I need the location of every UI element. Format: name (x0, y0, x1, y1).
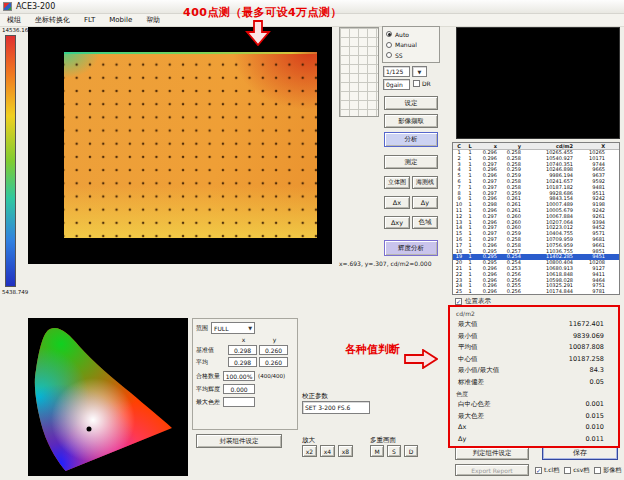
file-check[interactable]: csv档 (564, 466, 589, 475)
stat-value: 11672.401 (569, 319, 604, 331)
checkbox-icon[interactable] (594, 467, 601, 474)
range-row-label: 基准值 (196, 346, 228, 355)
avg-luminance-label: 平均辉度 (196, 385, 220, 394)
multi-d-button[interactable]: D (404, 445, 418, 457)
settings-button[interactable]: 设定 (384, 96, 438, 110)
gamut-button[interactable]: 色域 (412, 216, 438, 229)
radio-icon[interactable] (386, 52, 392, 58)
table-row[interactable]: 2510.2960.25610174.8449781 (453, 289, 619, 295)
multi-m-button[interactable]: M (370, 445, 384, 457)
range-x-field[interactable]: 0.298 (228, 345, 257, 355)
position-display-label: 位置表示 (465, 297, 491, 306)
cie-horseshoe (33, 322, 183, 472)
save-button[interactable]: 保存 (542, 446, 618, 460)
table-cell: 25 (453, 289, 465, 295)
range-dropdown[interactable]: FULL ▼ (211, 322, 255, 334)
stat-label: 白中心色差 (458, 399, 491, 411)
analyze-button[interactable]: 分析 (384, 132, 438, 147)
measure-button[interactable]: 测定 (384, 155, 438, 169)
package-settings-button[interactable]: 封装组件设定 (196, 434, 282, 448)
menu-item[interactable]: Mobile (102, 16, 139, 24)
stat-value: 84.3 (590, 365, 604, 377)
dr-label: DR (422, 80, 431, 87)
range-table-rows: 基准值0.2980.260平均0.2980.260 (196, 345, 294, 367)
position-display-checkbox[interactable]: ✓ 位置表示 (455, 297, 491, 306)
mode-label: Manual (395, 41, 417, 48)
stat-value: 9839.069 (573, 331, 604, 343)
file-check[interactable]: 影像档 (594, 466, 621, 475)
stat-label: 最大值 (458, 319, 478, 331)
menu-item[interactable]: 模组 (0, 15, 28, 25)
camera-preview (456, 27, 620, 139)
file-check-label: t.cl档 (544, 466, 559, 475)
checkbox-icon[interactable]: ✓ (455, 298, 462, 305)
range-y-field[interactable]: 0.260 (259, 345, 288, 355)
delta-y-button[interactable]: Δy (412, 196, 438, 209)
color-scale-bar (5, 35, 16, 287)
range-table-header: x y (196, 336, 294, 343)
shutter-field[interactable]: 1/125 (383, 66, 410, 77)
table-body[interactable]: 110.2960.25810265.45510265210.2960.25810… (453, 150, 619, 295)
menu-item[interactable]: 坐标转换化 (28, 15, 77, 25)
mode-option-ss[interactable]: SS (386, 50, 436, 60)
mode-label: SS (395, 52, 403, 59)
gain-field[interactable]: 0gain (383, 79, 410, 90)
zoom-x2-button[interactable]: x2 (302, 445, 317, 457)
range-row-label: 平均 (196, 358, 228, 367)
stat-value: 0.015 (585, 411, 604, 423)
ace3-200-window: { "window": { "title": "ACE3-200" }, "me… (0, 0, 624, 480)
radio-icon[interactable] (386, 31, 392, 37)
mode-option-auto[interactable]: Auto (386, 29, 436, 39)
col-x-label: x (228, 336, 259, 343)
menu-item[interactable]: FLT (77, 16, 102, 24)
chevron-down-icon: ▼ (418, 69, 422, 75)
range-value: FULL (214, 325, 229, 332)
radio-icon[interactable] (386, 42, 392, 48)
measurement-table[interactable]: CLxycd/m2X 110.2960.25810265.45510265210… (452, 142, 620, 295)
checkbox-icon[interactable] (413, 80, 420, 87)
table-cell: 9781 (575, 289, 607, 295)
menu-item[interactable]: 帮助 (139, 15, 167, 25)
stereo-view-button[interactable]: 立体图 (384, 176, 410, 189)
file-check[interactable]: ✓t.cl档 (535, 466, 559, 475)
range-x-field[interactable]: 0.298 (228, 357, 257, 367)
range-y-field[interactable]: 0.260 (259, 357, 288, 367)
delta-x-button[interactable]: Δx (384, 196, 410, 209)
statistics-panel: cd/m2最大值11672.401最小值9839.069平均值10087.808… (452, 308, 616, 446)
heatmap-measurement-grid[interactable] (64, 52, 317, 238)
annotation-values-note: 各种值判断 (345, 342, 400, 357)
capture-image-button[interactable]: 影像撷取 (384, 114, 438, 128)
multi-screen-label: 多重画面 (370, 436, 396, 445)
pass-value-field: 100.00% (223, 371, 255, 381)
column-header: X (575, 143, 607, 149)
contour-button[interactable]: 海测线 (412, 176, 438, 189)
mode-option-manual[interactable]: Manual (386, 40, 436, 50)
stat-value: 0.011 (585, 434, 604, 446)
dr-checkbox[interactable]: DR (413, 80, 431, 87)
table-cell: 10174.844 (523, 289, 575, 295)
export-report-button[interactable]: Export Report (455, 464, 529, 476)
red-arrow-right-icon (404, 349, 438, 369)
zoom-x4-button[interactable]: x4 (320, 445, 335, 457)
zoom-x8-button[interactable]: x8 (338, 445, 353, 457)
file-check-label: 影像档 (603, 466, 621, 475)
judge-settings-button[interactable]: 判定组件设定 (455, 447, 529, 460)
profile-grid-panel (339, 27, 379, 117)
max-color-diff-label: 最大色差 (196, 398, 220, 407)
stat-row: Δy0.011 (452, 434, 616, 446)
table-cell: 0.256 (499, 289, 523, 295)
luminance-analysis-button[interactable]: 辉度分析 (384, 240, 438, 256)
stat-label: 最小值/最大值 (458, 365, 499, 377)
checkbox-icon[interactable]: ✓ (535, 467, 542, 474)
stat-row: Δx0.010 (452, 422, 616, 434)
calibration-value-field[interactable]: SET 3-200 FS.6 (302, 401, 370, 414)
table-cell: 0.296 (475, 289, 499, 295)
file-check-label: csv档 (573, 466, 589, 475)
shutter-dropdown[interactable]: ▼ (412, 66, 427, 77)
stat-label: 平均值 (458, 342, 478, 354)
heatmap-display[interactable] (28, 27, 332, 264)
delta-xy-button[interactable]: Δxy (384, 216, 410, 229)
calibration-label: 校正参数 (302, 392, 328, 401)
multi-s-button[interactable]: S (387, 445, 401, 457)
checkbox-icon[interactable] (564, 467, 571, 474)
